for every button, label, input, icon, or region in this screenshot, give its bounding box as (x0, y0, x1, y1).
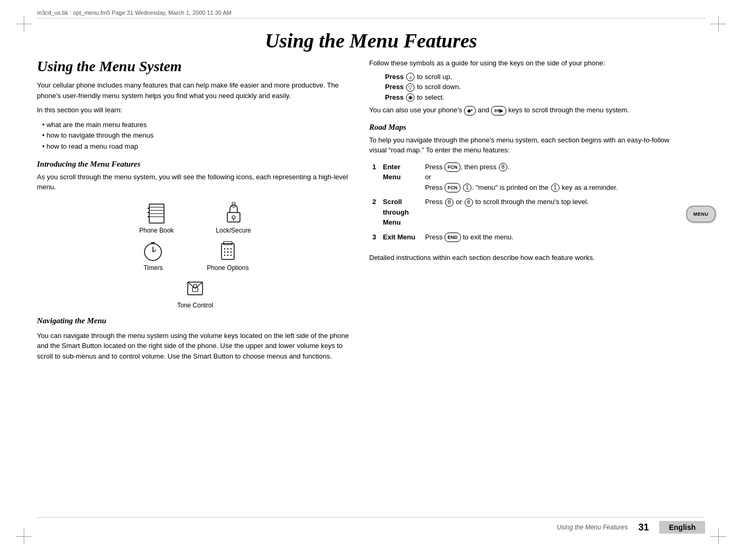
svg-point-9 (232, 216, 235, 219)
right-intro-para: Follow these symbols as a guide for usin… (369, 58, 684, 69)
svg-rect-29 (192, 287, 198, 292)
header-bar: m3cd_us.bk : opt_menu.fm5 Page 31 Wednes… (37, 9, 705, 18)
road-maps-subsection: Road Maps To help you navigate through t… (369, 123, 684, 263)
phone-options-icon (216, 239, 239, 263)
subsection2-title: Navigating the Menu (37, 316, 353, 325)
footer-bar: Using the Menu Features 31 English (37, 517, 705, 534)
timers-label: Timers (143, 264, 162, 272)
step-number-1: 1 (369, 160, 380, 195)
icons-row-2: Timers (141, 239, 248, 272)
up-symbol: ▵ (406, 73, 415, 81)
fcn-key-2: FCN (445, 183, 461, 192)
timers-icon-item: Timers (141, 239, 165, 272)
step-label-3: Exit Menu (380, 230, 422, 245)
phone-options-label: Phone Options (207, 264, 248, 272)
table-row: 2 Scroll through Menu Press θ or θ to sc… (369, 195, 684, 230)
menu-button[interactable]: MENU (686, 206, 716, 223)
step-number-3: 3 (369, 230, 380, 245)
bullet-item: how to read a menu road map (42, 141, 353, 152)
phone-book-label: Phone Book (139, 227, 174, 234)
left-section-title: Using the Menu System (37, 58, 353, 75)
footer-italic-text: Using the Menu Features (557, 524, 628, 531)
introducing-menu-subsection: Introducing the Menu Features As you scr… (37, 160, 353, 309)
navigating-menu-subsection: Navigating the Menu You can navigate thr… (37, 316, 353, 362)
icons-row-3: Tone Control (177, 277, 213, 309)
svg-point-19 (224, 248, 225, 249)
subsection2-para: You can navigate through the menu system… (37, 331, 353, 362)
subsection1-para: As you scroll through the menu system, y… (37, 172, 353, 192)
step-label-1: Enter Menu (380, 160, 422, 195)
theta-up: θ (445, 198, 454, 207)
left-column: Using the Menu System Your cellular phon… (37, 58, 353, 366)
phone-options-icon-item: Phone Options (207, 239, 248, 272)
step-number-2: 2 (369, 195, 380, 230)
lock-secure-label: Lock/Secure (216, 227, 251, 234)
press-line-1: Press ▵ to scroll up. (385, 73, 684, 82)
one-key-2: 1 (551, 184, 560, 192)
press-line-2: Press ▽ to scroll down. (385, 83, 684, 92)
footer-detail: Detailed instructions within each sectio… (369, 253, 684, 263)
svg-point-20 (227, 248, 228, 249)
press-bold-2: Press (385, 83, 406, 91)
tone-control-label: Tone Control (177, 302, 213, 309)
page: m3cd_us.bk : opt_menu.fm5 Page 31 Wednes… (0, 0, 742, 560)
step-desc-2: Press θ or θ to scroll through the menu'… (422, 195, 684, 230)
road-maps-title: Road Maps (369, 123, 684, 132)
svg-point-24 (230, 252, 232, 253)
scroll-para: You can also use your phone's ◆* and ##▶… (369, 105, 684, 115)
footer-page-number: 31 (638, 522, 649, 533)
press-block: Press ▵ to scroll up. Press ▽ to scroll … (385, 73, 684, 102)
hash-key-symbol: ##▶ (491, 106, 506, 115)
intro-para1: Your cellular phone includes many featur… (37, 80, 353, 101)
step-label-2: Scroll through Menu (380, 195, 422, 230)
header-text: m3cd_us.bk : opt_menu.fm5 Page 31 Wednes… (37, 9, 232, 16)
svg-point-26 (227, 255, 228, 256)
right-column: Follow these symbols as a guide for usin… (369, 58, 684, 268)
subsection1-title: Introducing the Menu Features (37, 160, 353, 169)
down-symbol: ▽ (406, 83, 415, 92)
svg-point-22 (224, 252, 225, 253)
theta-down: θ (465, 198, 473, 207)
svg-point-23 (227, 252, 228, 253)
star-key-symbol: ◆* (464, 106, 476, 115)
icons-grid: Phone Book (37, 202, 353, 309)
lock-secure-icon (222, 202, 245, 225)
timers-icon (141, 239, 165, 263)
road-map-table: 1 Enter Menu Press FCN, then press θ. or… (369, 160, 684, 245)
lock-secure-icon-item: Lock/Secure (216, 202, 251, 234)
tone-control-icon (184, 277, 207, 300)
table-row: 1 Enter Menu Press FCN, then press θ. or… (369, 160, 684, 195)
fcn-key-1: FCN (445, 162, 461, 172)
svg-point-21 (230, 248, 232, 249)
svg-point-11 (232, 202, 235, 205)
intro-para2: In this section you will learn: (37, 105, 353, 115)
one-key-1: 1 (463, 184, 471, 192)
phone-book-icon (145, 202, 168, 225)
svg-point-25 (224, 255, 225, 256)
press-text-1: to scroll up. (417, 73, 452, 81)
theta-1: θ (499, 163, 507, 171)
phone-book-icon-item: Phone Book (139, 202, 174, 234)
icons-row-1: Phone Book (139, 202, 251, 234)
select-symbol: ◉ (406, 93, 415, 102)
crosshair-bottom-right (710, 528, 726, 544)
crosshair-bottom-left (16, 528, 32, 544)
press-line-3: Press ◉ to select. (385, 93, 684, 102)
press-bold-3: Press (385, 93, 406, 101)
press-text-3: to select. (417, 93, 445, 101)
bullet-item: what are the main menu features (42, 120, 353, 131)
table-row: 3 Exit Menu Press END to exit the menu. (369, 230, 684, 245)
road-intro: To help you navigate through the phone’s… (369, 135, 684, 156)
tone-control-icon-item: Tone Control (177, 277, 213, 309)
press-text-2: to scroll down. (417, 83, 461, 91)
step-desc-3: Press END to exit the menu. (422, 230, 684, 245)
svg-rect-18 (224, 242, 232, 245)
end-key: END (445, 233, 461, 242)
svg-line-14 (153, 250, 156, 252)
bullet-item: how to navigate through the menus (42, 130, 353, 141)
step-desc-1: Press FCN, then press θ. or Press FCN 1.… (422, 160, 684, 195)
bullet-list: what are the main menu features how to n… (37, 120, 353, 152)
main-title: Using the Menu Features (0, 29, 742, 52)
press-bold-1: Press (385, 73, 406, 81)
svg-point-27 (230, 255, 232, 256)
